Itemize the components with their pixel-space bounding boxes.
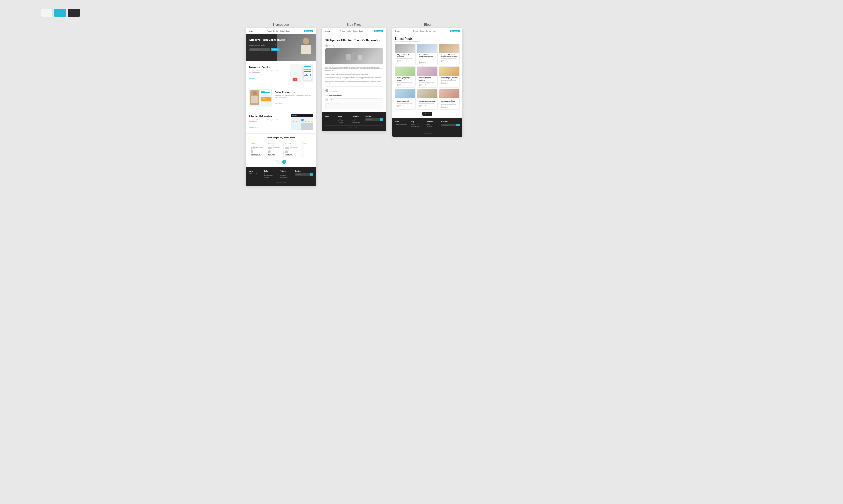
- blog-listing-header: Latest Posts Here are blogs, tips and be…: [392, 34, 463, 44]
- blog-listing-nav-cta[interactable]: Get Access: [450, 30, 460, 33]
- blog-grid: 10 Tips for Effective Team Collaboration…: [392, 44, 463, 112]
- blog-nav-service[interactable]: Service: [346, 30, 352, 32]
- comment-textarea[interactable]: [325, 102, 383, 109]
- listing-footer-sub-btn[interactable]: →: [456, 124, 460, 126]
- nav-link-service[interactable]: Service: [273, 30, 279, 32]
- carousel-next[interactable]: ›: [282, 160, 286, 164]
- listing-nav-product[interactable]: Product: [413, 30, 418, 32]
- listing-footer-sharing[interactable]: File Sharing: [426, 126, 440, 127]
- footer-feat-sharing[interactable]: File Sharing: [280, 175, 293, 176]
- task-card-2: Task Item: [261, 97, 271, 101]
- footer-contact-title: Contact: [295, 170, 313, 172]
- footer-newsletter: →: [295, 173, 313, 176]
- nav-link-product[interactable]: Product: [267, 30, 272, 32]
- listing-footer-brand: team Collaboration Platform: [395, 121, 409, 129]
- blog-nav-contact[interactable]: Contact: [353, 30, 358, 32]
- footer-subscribe-btn[interactable]: →: [310, 173, 313, 176]
- comment-input[interactable]: [329, 98, 383, 101]
- footer-feat-testing[interactable]: Testing: [280, 173, 293, 175]
- phone-row-2: [304, 68, 311, 69]
- blog-card-title-6: Managing Remote Teams: Best Practices fo…: [441, 77, 458, 79]
- listing-nav-contact[interactable]: Contact: [426, 30, 431, 32]
- blog-nav-login[interactable]: Log in: [359, 30, 363, 32]
- swatch-white[interactable]: [41, 9, 53, 17]
- feature-tasks-link[interactable]: LEARN MORE →: [274, 103, 284, 104]
- blog-card-7[interactable]: Essential Skills Every Effective Employe…: [395, 89, 416, 110]
- feature-scheduling: Effective Scheduling Lorem ipsum dolor s…: [246, 110, 316, 134]
- footer-newsletter-input[interactable]: [295, 173, 310, 176]
- blog-card-9[interactable]: The Role of a Manager in Fostering a Pos…: [439, 89, 460, 110]
- sched-day-21: 21: [310, 121, 312, 122]
- nav-link-login[interactable]: Log in: [286, 30, 290, 32]
- hero-email-input[interactable]: [249, 48, 270, 51]
- footer-help-support[interactable]: Support: [264, 173, 278, 175]
- blog-card-3[interactable]: Strategies for Effective Time Management…: [439, 44, 460, 65]
- task-bar-1: [261, 92, 270, 93]
- blog-nav-cta[interactable]: Get Access: [374, 30, 383, 33]
- blog-card-8[interactable]: Mastering the Art of Time Management for…: [417, 89, 437, 110]
- blog-footer-sharing[interactable]: File Sharing: [352, 120, 363, 122]
- blog-card-author-9: Dan Marshall: [441, 106, 458, 108]
- pdf-badge: PDF: [293, 77, 298, 81]
- blog-card-2[interactable]: 5 Essential Skills Every Effective Manag…: [417, 44, 437, 65]
- blog-card-img-8: [417, 89, 437, 98]
- feature-teamwork-body: Lorem ipsum dolor sit amet, consectetur …: [249, 70, 287, 73]
- footer-help-kb[interactable]: Knowledge Base: [264, 175, 278, 176]
- blog-footer-tutorials[interactable]: Tutorials: [338, 122, 350, 123]
- swatch-blue[interactable]: [54, 9, 66, 17]
- carousel-prev[interactable]: ‹: [276, 160, 280, 164]
- listing-footer-sync[interactable]: Synchronization: [426, 127, 440, 129]
- blog-card-1[interactable]: 10 Tips for Effective Team Collaboration…: [395, 44, 416, 65]
- sched-day-5: 5: [304, 118, 306, 119]
- blog-card-author-1: William Hughes: [397, 60, 414, 62]
- sched-day-6: 6: [307, 118, 309, 119]
- testimonial-card-1: ★★★★★ Lorem ipsum dolor sit amet consect…: [249, 141, 265, 158]
- chart-bar-3: [307, 75, 308, 76]
- article-para-3: Cras dapibus. Vivamus elementum semper n…: [325, 77, 383, 80]
- test-text-1: Lorem ipsum dolor sit amet consectetur a…: [251, 145, 263, 149]
- listing-nav-login[interactable]: Log in: [433, 30, 437, 32]
- sched-day-13: 13: [307, 119, 309, 121]
- blog-footer-kb[interactable]: Knowledge Base: [338, 120, 350, 122]
- listing-footer-support[interactable]: Support: [411, 124, 425, 125]
- blog-next-button[interactable]: Next ›: [423, 112, 432, 115]
- sched-day-1: 1: [292, 118, 294, 119]
- blog-nav-links: Product Service Contact Log in: [340, 30, 363, 32]
- blog-footer-logo: team: [325, 115, 337, 117]
- nav-link-contact[interactable]: Contact: [280, 30, 285, 32]
- blog-card-title-4: Building a Positive Work Culture: 7 Key …: [397, 77, 414, 82]
- blog-card-title-1: 10 Tips for Effective Team Collaboration: [397, 54, 414, 57]
- blog-footer-testing[interactable]: Testing: [352, 118, 363, 120]
- footer-feat-sync[interactable]: Synchronization: [280, 177, 293, 178]
- listing-footer-newsletter-input[interactable]: [442, 124, 456, 126]
- listing-footer-testing[interactable]: Testing: [426, 124, 440, 125]
- blog-card-title-8: Mastering the Art of Time Management for…: [418, 99, 436, 102]
- blog-listing-nav-logo: team: [395, 30, 400, 32]
- listing-nav-service[interactable]: Service: [420, 30, 425, 32]
- blog-footer-support[interactable]: Support: [338, 118, 350, 120]
- listing-footer-tutorials[interactable]: Tutorials: [411, 127, 425, 129]
- listing-footer-kb[interactable]: Knowledge Base: [411, 126, 425, 127]
- blog-listing-navbar: team Product Service Contact Log in Get …: [392, 28, 463, 34]
- blog-card-4[interactable]: Building a Positive Work Culture: 7 Key …: [395, 67, 416, 88]
- hero-cta-button[interactable]: Learn More: [271, 48, 280, 51]
- blog-footer-sync[interactable]: Synchronization: [352, 122, 363, 123]
- blog-card-6[interactable]: Managing Remote Teams: Best Practices fo…: [439, 67, 460, 88]
- phone-row-3: [304, 69, 311, 70]
- homepage-nav-cta[interactable]: Get Access: [304, 30, 313, 33]
- blog-card-5[interactable]: The Role of Emotional Intelligence in Ef…: [417, 67, 437, 88]
- footer-brand-col: team Collaboration Platform: [249, 170, 263, 178]
- feature-scheduling-link[interactable]: LEARN MORE →: [249, 127, 258, 128]
- feature-teamwork-link[interactable]: LEARN MORE →: [249, 77, 258, 79]
- blog-footer-newsletter-input[interactable]: [365, 118, 380, 121]
- footer-help-tutorials[interactable]: Tutorials: [264, 177, 278, 178]
- test-role-1: Content Marketing Manager: [251, 155, 263, 156]
- listing-footer-logo: team: [395, 121, 409, 123]
- blog-footer-copyright: © Copyright Team: [325, 125, 383, 128]
- hero-title: Effective Team Collaboration: [249, 38, 312, 42]
- blog-footer-sub-btn[interactable]: →: [380, 118, 383, 121]
- swatch-dark[interactable]: [68, 9, 79, 17]
- blog-nav-product[interactable]: Product: [340, 30, 345, 32]
- test-avatar-3: [285, 150, 288, 154]
- blog-card-body-3: Strategies for Effective Time Management…: [440, 53, 459, 63]
